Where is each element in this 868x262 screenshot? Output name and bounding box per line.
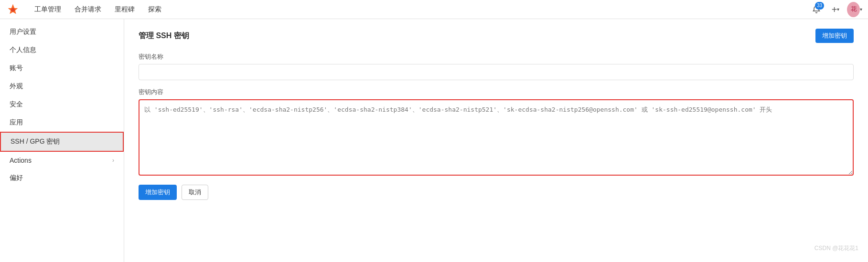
logo[interactable]	[6, 2, 20, 17]
sidebar-label-actions: Actions	[10, 157, 32, 164]
form-actions: 增加密钥 取消	[139, 185, 854, 200]
main-layout: 用户设置 个人信息 账号 外观 安全 应用 SSH / GPG 密钥 Actio…	[0, 19, 868, 262]
sidebar-label-profile: 个人信息	[10, 46, 36, 54]
content-header: 管理 SSH 密钥 增加密钥	[139, 29, 854, 43]
key-name-label: 密钥名称	[139, 52, 854, 61]
nav-item-workorder[interactable]: 工单管理	[28, 0, 68, 19]
key-content-textarea[interactable]	[139, 99, 854, 176]
nav-item-milestone[interactable]: 里程碑	[108, 0, 141, 19]
sidebar-item-security[interactable]: 安全	[0, 95, 124, 114]
sidebar-item-actions[interactable]: Actions ›	[0, 152, 124, 169]
user-chevron-icon: ▾	[860, 7, 862, 12]
sidebar-label-account: 账号	[10, 64, 23, 73]
avatar: 花	[847, 2, 860, 17]
sidebar-item-user-settings[interactable]: 用户设置	[0, 23, 124, 41]
sidebar-item-account[interactable]: 账号	[0, 59, 124, 77]
sidebar-label-user-settings: 用户设置	[10, 28, 36, 36]
sidebar-item-profile[interactable]: 个人信息	[0, 41, 124, 59]
notification-bell[interactable]: 33	[809, 2, 824, 17]
plus-icon: +	[832, 5, 837, 14]
sidebar-label-preferences: 偏好	[10, 174, 23, 182]
sidebar-label-appearance: 外观	[10, 82, 23, 91]
sidebar-item-ssh-gpg[interactable]: SSH / GPG 密钥	[0, 132, 124, 152]
sidebar-item-preferences[interactable]: 偏好	[0, 169, 124, 187]
svg-marker-1	[11, 4, 14, 8]
add-button[interactable]: + ▾	[828, 2, 843, 17]
sidebar: 用户设置 个人信息 账号 外观 安全 应用 SSH / GPG 密钥 Actio…	[0, 19, 124, 262]
sidebar-label-security: 安全	[10, 100, 23, 109]
content-area: 管理 SSH 密钥 增加密钥 密钥名称 密钥内容 增加密钥 取消	[124, 19, 868, 262]
sidebar-label-applications: 应用	[10, 118, 23, 127]
page-title: 管理 SSH 密钥	[139, 31, 189, 41]
nav-right: 33 + ▾ 花 ▾	[809, 2, 862, 17]
add-key-header-button[interactable]: 增加密钥	[815, 29, 854, 43]
key-name-group: 密钥名称	[139, 52, 854, 80]
key-content-group: 密钥内容	[139, 88, 854, 177]
nav-item-explore[interactable]: 探索	[141, 0, 168, 19]
top-nav: 工单管理 合并请求 里程碑 探索 33 + ▾ 花 ▾	[0, 0, 868, 19]
user-menu[interactable]: 花 ▾	[847, 2, 862, 17]
cancel-button[interactable]: 取消	[182, 185, 208, 200]
key-content-label: 密钥内容	[139, 88, 854, 96]
sidebar-item-appearance[interactable]: 外观	[0, 77, 124, 95]
notification-badge: 33	[815, 2, 824, 10]
key-name-input[interactable]	[139, 64, 854, 80]
add-chevron-icon: ▾	[837, 7, 839, 12]
sidebar-item-applications[interactable]: 应用	[0, 114, 124, 132]
nav-item-merge[interactable]: 合并请求	[68, 0, 108, 19]
sidebar-label-ssh-gpg: SSH / GPG 密钥	[11, 137, 60, 146]
chevron-right-icon: ›	[112, 157, 114, 164]
submit-button[interactable]: 增加密钥	[139, 185, 177, 200]
